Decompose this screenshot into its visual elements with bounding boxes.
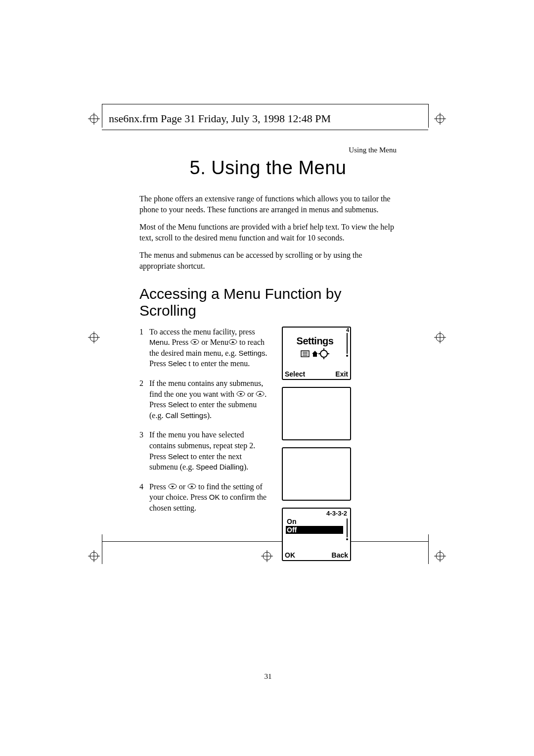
- svg-marker-6: [231, 341, 234, 343]
- scroll-indicator: [344, 519, 349, 548]
- option-off-selected: Off: [286, 526, 343, 534]
- phone-screen-placeholder: [282, 447, 351, 501]
- svg-marker-12: [171, 486, 174, 488]
- step-text: or Menu: [199, 338, 228, 346]
- key-label: Selec: [168, 359, 187, 368]
- crop-line: [102, 130, 428, 130]
- intro-p1: The phone offers an extensive range of f…: [139, 193, 397, 215]
- breadcrumb-path: 4-3-3-2: [326, 510, 347, 517]
- crop-line: [102, 534, 102, 564]
- registration-mark: [88, 113, 100, 125]
- scroll-down-icon: [236, 390, 245, 397]
- option-on: On: [286, 518, 343, 525]
- step-text: ).: [244, 463, 248, 471]
- step-text: . Press: [168, 338, 191, 346]
- menu-icons: [300, 348, 330, 362]
- framemaker-slug: nse6nx.frm Page 31 Friday, July 3, 1998 …: [109, 112, 331, 125]
- registration-mark: [434, 550, 446, 562]
- step-text: t to enter the menu.: [186, 359, 250, 368]
- step-text: To access the menu facility, press: [149, 328, 255, 336]
- svg-marker-10: [259, 393, 262, 395]
- scroll-indicator: 4: [344, 328, 349, 357]
- registration-mark: [434, 331, 446, 343]
- key-label: Select: [168, 400, 189, 409]
- crop-line: [102, 104, 428, 104]
- step-text: ).: [207, 411, 212, 420]
- intro-p2: Most of the Menu functions are provided …: [139, 222, 397, 243]
- left-softkey: Select: [285, 370, 305, 378]
- step-4: Press or to find the setting of your cho…: [139, 481, 272, 514]
- scroll-up-icon: [187, 482, 196, 489]
- key-label: OK: [209, 493, 220, 501]
- page-content: Using the Menu 5. Using the Menu The pho…: [139, 146, 397, 561]
- step-1: To access the menu facility, press Menu.…: [139, 327, 272, 369]
- ui-term: Settings: [238, 349, 265, 357]
- right-softkey: Exit: [335, 370, 348, 378]
- scroll-down-icon: [190, 338, 199, 345]
- intro-paragraphs: The phone offers an extensive range of f…: [139, 193, 397, 272]
- ui-term: Speed Dialling: [196, 463, 244, 471]
- registration-mark: [88, 550, 100, 562]
- step-text: or: [245, 390, 256, 398]
- screen-title: Settings: [297, 335, 334, 347]
- crop-line: [102, 104, 102, 128]
- step-3: If the menu you have selected contains s…: [139, 429, 272, 472]
- phone-screen-onoff: 4-3-3-2 On Off OK Back: [282, 508, 351, 561]
- svg-marker-8: [239, 393, 242, 395]
- chapter-title: 5. Using the Menu: [139, 157, 397, 179]
- step-2: If the menu contains any submenus, find …: [139, 378, 272, 421]
- key-label: Select: [168, 452, 189, 461]
- svg-point-19: [320, 350, 327, 357]
- step-list: To access the menu facility, press Menu.…: [139, 327, 272, 514]
- crop-line: [428, 104, 429, 128]
- crop-line: [428, 534, 429, 564]
- scroll-up-icon: [256, 390, 265, 397]
- svg-marker-14: [190, 485, 193, 487]
- page-number: 31: [265, 672, 272, 681]
- scroll-up-icon: [228, 338, 237, 345]
- key-label: Menu: [149, 338, 168, 346]
- left-softkey: OK: [285, 551, 295, 559]
- menu-index: 4: [344, 328, 349, 333]
- phone-screen-placeholder: [282, 387, 351, 440]
- running-head: Using the Menu: [139, 146, 397, 154]
- section-heading: Accessing a Menu Function by Scrolling: [139, 285, 397, 320]
- registration-mark: [434, 113, 446, 125]
- step-text: or: [177, 482, 187, 491]
- scroll-down-icon: [168, 482, 177, 489]
- ui-term: Call Settings: [165, 411, 207, 420]
- step-text: Press: [149, 482, 168, 491]
- right-softkey: Back: [332, 551, 348, 559]
- phone-screen-settings: 4 Settings: [282, 327, 351, 380]
- registration-mark: [88, 331, 100, 343]
- intro-p3: The menus and submenus can be accessed b…: [139, 250, 397, 271]
- svg-marker-4: [193, 341, 196, 343]
